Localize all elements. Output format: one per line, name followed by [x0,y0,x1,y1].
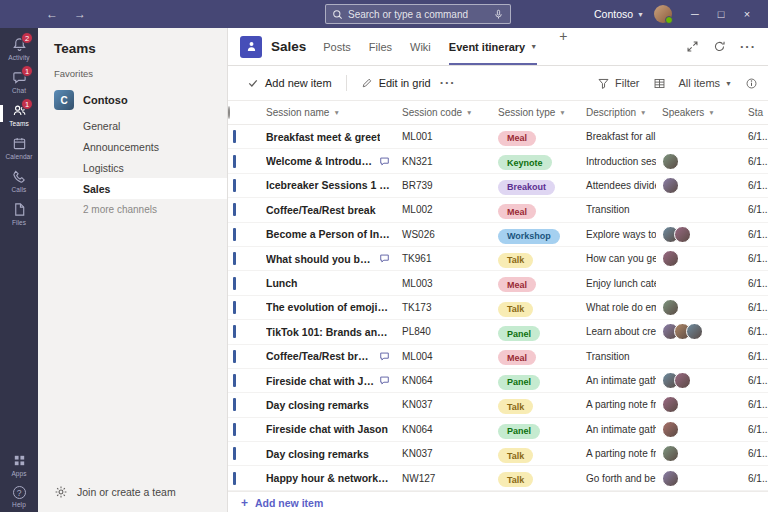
table-row[interactable]: What should you build next?TK961TalkHow … [228,247,768,271]
session-start: 6/1... [742,375,768,386]
column-header-description[interactable]: Description▼ [580,107,656,118]
forward-arrow-icon[interactable]: → [74,7,86,21]
rail-label: Activity [8,54,29,61]
add-tab-button[interactable]: + [559,28,567,65]
table-row[interactable]: TikTok 101: Brands and Influe...PL840Pan… [228,320,768,344]
view-selector[interactable]: All items ▼ [679,77,733,89]
table-row[interactable]: Day closing remarksKN037TalkA parting no… [228,442,768,466]
select-all-checkbox[interactable] [228,106,230,119]
session-speakers [656,396,742,413]
session-description: Enjoy lunch catered b... [580,278,656,289]
rail-item-help[interactable]: ? Help [0,481,38,512]
column-header-session-type[interactable]: Session type▼ [492,107,580,118]
session-start: 6/1... [742,302,768,313]
rail-item-teams[interactable]: 1 Teams [0,98,38,131]
org-switcher[interactable]: Contoso ▼ [594,8,644,20]
teams-badge: 1 [21,98,33,110]
more-channels-link[interactable]: 2 more channels [38,199,227,219]
session-code: ML001 [396,131,492,142]
filter-funnel-icon [597,77,610,90]
rail-label: Teams [9,120,29,127]
grid-view-icon[interactable] [653,77,666,90]
row-accent-bar [233,301,236,314]
channel-header: Sales Posts Files Wiki Event itinerary ▼… [228,28,768,66]
add-new-item-link[interactable]: + Add new item [228,491,768,512]
session-code: KN064 [396,424,492,435]
help-icon: ? [13,486,26,499]
session-code: ML003 [396,278,492,289]
column-header-start[interactable]: Sta [742,107,768,118]
channel-sales[interactable]: Sales [38,178,227,199]
row-accent-bar [233,350,236,363]
filter-button[interactable]: Filter [597,77,639,90]
table-row[interactable]: Icebreaker Sessions 1 - 4BR739BreakoutAt… [228,174,768,198]
table-row[interactable]: Happy hour & networkingNW127TalkGo forth… [228,466,768,490]
channel-logistics[interactable]: Logistics [38,157,227,178]
speaker-avatar [662,445,679,462]
minimize-button[interactable]: ─ [682,0,708,28]
rail-item-apps[interactable]: Apps [0,448,38,481]
teams-logo-icon [240,36,262,58]
table-row[interactable]: Welcome & IntroductionKN321KeynoteIntrod… [228,149,768,173]
tab-wiki[interactable]: Wiki [410,28,431,65]
microphone-icon[interactable] [493,9,504,20]
rail-item-calendar[interactable]: Calendar [0,131,38,164]
user-avatar[interactable] [654,5,672,23]
row-accent-bar [233,423,236,436]
join-create-team-button[interactable]: Join or create a team [38,472,227,512]
channel-announcements[interactable]: Announcements [38,136,227,157]
table-row[interactable]: Day closing remarksKN037TalkA parting no… [228,393,768,417]
tab-posts[interactable]: Posts [323,28,351,65]
session-start: 6/1... [742,424,768,435]
rail-item-files[interactable]: Files [0,197,38,230]
session-name: Fireside chat with Jason [266,423,388,435]
table-row[interactable]: Coffee/Tea/Rest breakML002MealTransition… [228,198,768,222]
table-row[interactable]: Fireside chat with JasonKN064PanelAn int… [228,418,768,442]
command-search-box[interactable] [325,4,511,24]
file-icon [12,202,27,217]
table-row[interactable]: LunchML003MealEnjoy lunch catered b...6/… [228,271,768,295]
edit-in-grid-button[interactable]: Edit in grid [352,72,440,94]
apps-grid-icon [12,453,27,468]
table-row[interactable]: Coffee/Tea/Rest breakML004MealTransition… [228,345,768,369]
rail-item-calls[interactable]: Calls [0,164,38,197]
tab-event-itinerary[interactable]: Event itinerary ▼ [449,28,537,65]
search-input[interactable] [348,9,488,20]
history-nav: ← → [46,7,86,21]
back-arrow-icon[interactable]: ← [46,7,58,21]
plus-icon: + [241,496,248,510]
session-type-pill: Talk [498,302,533,317]
column-header-session-code[interactable]: Session code▼ [396,107,492,118]
close-button[interactable]: × [734,0,760,28]
comment-icon [379,156,390,167]
refresh-icon[interactable] [713,40,726,53]
speaker-avatar [662,250,679,267]
session-description: Attendees divide into... [580,180,656,191]
rail-item-activity[interactable]: 2 Activity [0,32,38,65]
add-new-item-button[interactable]: Add new item [238,72,341,94]
table-row[interactable]: The evolution of emoji usag...TK173TalkW… [228,296,768,320]
tab-files[interactable]: Files [369,28,392,65]
table-row[interactable]: Breakfast meet & greetML001MealBreakfast… [228,125,768,149]
session-speakers [656,323,742,340]
channel-main: Sales Posts Files Wiki Event itinerary ▼… [228,28,768,512]
session-start: 6/1... [742,204,768,215]
session-description: What role do emojis ... [580,302,656,313]
maximize-button[interactable]: □ [708,0,734,28]
row-accent-bar [233,228,236,241]
column-header-session-name[interactable]: Session name▼ [258,107,396,118]
table-row[interactable]: Fireside chat with JasonKN064PanelAn int… [228,369,768,393]
session-name: Lunch [266,277,298,289]
session-name: Fireside chat with Jason [266,375,374,387]
table-row[interactable]: Become a Person of InfluenceWS026Worksho… [228,223,768,247]
info-icon[interactable] [745,77,758,90]
team-row-contoso[interactable]: C Contoso [38,87,227,115]
rail-item-chat[interactable]: 1 Chat [0,65,38,98]
column-header-speakers[interactable]: Speakers▼ [656,107,742,118]
session-speakers [656,372,742,389]
expand-icon[interactable] [686,40,699,53]
speaker-avatar [674,226,691,243]
channel-general[interactable]: General [38,115,227,136]
row-accent-bar [233,155,236,168]
channel-title: Sales [271,39,306,54]
